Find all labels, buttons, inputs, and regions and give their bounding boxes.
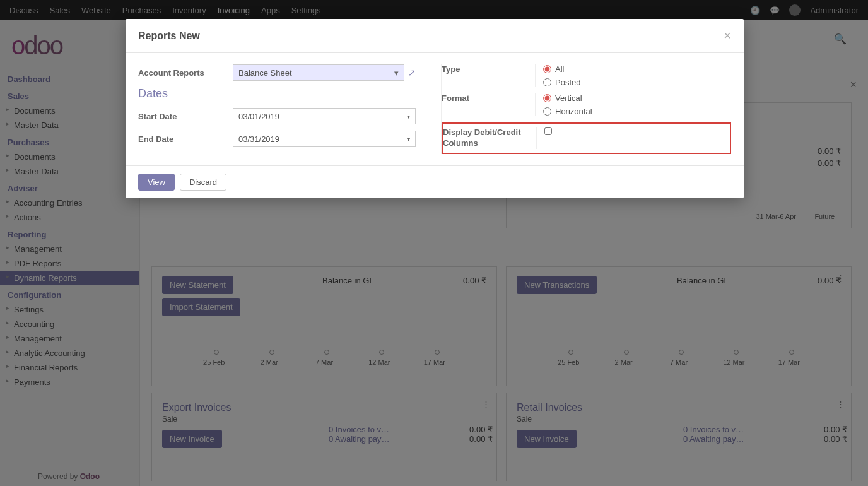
- format-label: Format: [442, 93, 535, 116]
- dates-heading: Dates: [138, 87, 416, 100]
- display-debit-credit-row: Display Debit/Credit Columns: [442, 122, 731, 154]
- start-date-label: Start Date: [138, 112, 233, 121]
- format-radio-vertical[interactable]: [543, 94, 551, 102]
- account-reports-label: Account Reports: [138, 68, 233, 78]
- modal-title: Reports New: [138, 30, 200, 42]
- display-dc-label: Display Debit/Credit Columns: [443, 127, 536, 149]
- end-date-label: End Date: [138, 134, 233, 144]
- type-radio-all[interactable]: [543, 65, 551, 73]
- type-radio-posted[interactable]: [543, 78, 551, 86]
- close-icon[interactable]: ×: [724, 28, 731, 43]
- start-date-input[interactable]: 03/01/2019▾: [233, 108, 416, 124]
- external-link-icon[interactable]: ↗: [408, 68, 416, 78]
- end-date-input[interactable]: 03/31/2019▾: [233, 131, 416, 147]
- view-button[interactable]: View: [138, 174, 175, 191]
- type-label: Type: [442, 64, 535, 87]
- display-dc-checkbox[interactable]: [544, 127, 552, 135]
- format-radio-horizontal[interactable]: [543, 107, 551, 116]
- format-option-vertical[interactable]: Vertical: [543, 93, 592, 103]
- discard-button[interactable]: Discard: [180, 174, 226, 191]
- format-option-horizontal[interactable]: Horizontal: [543, 107, 592, 116]
- type-option-posted[interactable]: Posted: [543, 78, 580, 87]
- account-reports-select[interactable]: Balance Sheet▾: [233, 64, 404, 81]
- chevron-down-icon: ▾: [407, 113, 410, 120]
- chevron-down-icon: ▾: [394, 68, 399, 78]
- type-option-all[interactable]: All: [543, 64, 580, 74]
- reports-modal: Reports New × Account Reports Balance Sh…: [126, 19, 744, 198]
- chevron-down-icon: ▾: [407, 136, 410, 143]
